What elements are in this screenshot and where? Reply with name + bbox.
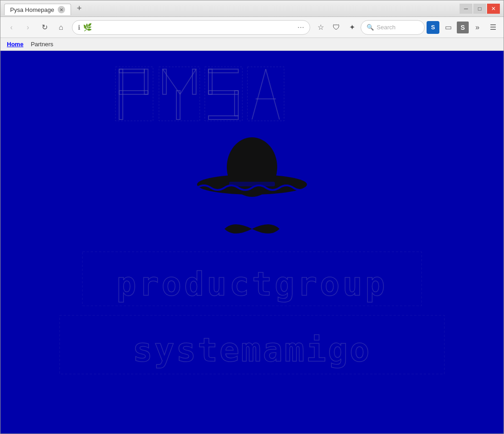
sombrero-container: [179, 130, 325, 240]
svg-text:productgroup: productgroup: [116, 265, 388, 303]
new-tab-button[interactable]: +: [73, 2, 86, 15]
home-icon: ⌂: [59, 23, 63, 32]
nav-right-controls: ☆ 🛡 ✦ 🔍 Search S ▭ S »: [314, 20, 500, 35]
address-more-icon[interactable]: ···: [297, 22, 304, 32]
search-icon: 🔍: [367, 24, 374, 31]
back-icon: ‹: [10, 23, 12, 32]
svg-line-7: [163, 69, 180, 94]
browser-window: Pysa Homepage ✕ + ─ □ ✕ ‹ › ↻ ⌂ ℹ 🌿: [0, 0, 504, 434]
sidebar-icon: ▭: [445, 23, 452, 32]
back-button[interactable]: ‹: [4, 20, 19, 35]
svg-line-15: [266, 69, 279, 119]
minimize-button[interactable]: ─: [460, 4, 472, 14]
productgroup-svg: productgroup: [69, 250, 435, 309]
extensions-icon: »: [476, 23, 480, 32]
svg-rect-11: [208, 91, 238, 94]
forward-button[interactable]: ›: [21, 20, 35, 35]
shield-icon: 🛡: [333, 23, 340, 32]
close-icon: ✕: [60, 7, 63, 12]
menu-button[interactable]: ☰: [486, 21, 500, 34]
bookmark-icon: ☆: [318, 23, 324, 32]
close-button[interactable]: ✕: [487, 4, 500, 14]
menu-partners[interactable]: Partners: [27, 39, 57, 49]
svg-rect-5: [192, 69, 196, 94]
menu-home[interactable]: Home: [3, 39, 27, 49]
navigation-bar: ‹ › ↻ ⌂ ℹ 🌿 ··· ☆ 🛡 ✦: [0, 17, 504, 38]
svg-rect-9: [208, 69, 238, 73]
home-button[interactable]: ⌂: [54, 20, 68, 35]
sidebar-button[interactable]: ▭: [441, 21, 455, 34]
window-controls: ─ □ ✕: [460, 4, 500, 14]
system-amigo-text: systemamigo: [46, 313, 458, 379]
svg-rect-23: [229, 182, 275, 186]
refresh-icon: ↻: [42, 23, 48, 32]
maximize-button[interactable]: □: [473, 4, 486, 14]
magic-button[interactable]: ✦: [345, 21, 359, 34]
sombrero-svg: [179, 130, 325, 222]
product-group-text: productgroup: [69, 250, 435, 311]
tab-title: Pysa Homepage: [10, 6, 54, 13]
magic-icon: ✦: [349, 23, 355, 32]
tab-close-button[interactable]: ✕: [58, 6, 65, 13]
site-icon: 🌿: [83, 23, 92, 32]
menu-bar: Home Partners: [0, 38, 504, 51]
profile-icon-1: S: [431, 24, 435, 31]
titlebar: Pysa Homepage ✕ + ─ □ ✕: [0, 0, 504, 17]
bookmark-button[interactable]: ☆: [314, 21, 328, 34]
systemamigo-svg: systemamigo: [46, 313, 458, 377]
svg-rect-13: [208, 116, 238, 119]
page-content: productgroup systemamigo: [0, 51, 504, 434]
extensions-button[interactable]: »: [471, 21, 484, 34]
forward-icon: ›: [27, 23, 29, 32]
svg-text:systemamigo: systemamigo: [133, 331, 372, 369]
svg-line-14: [252, 69, 266, 119]
browser-tab[interactable]: Pysa Homepage ✕: [4, 4, 71, 15]
menu-icon: ☰: [490, 23, 496, 32]
shield-button[interactable]: 🛡: [329, 21, 343, 34]
page-title: [92, 65, 412, 126]
profile-button-2[interactable]: S: [457, 22, 469, 33]
pysa-logo-svg: [92, 65, 412, 124]
search-bar[interactable]: 🔍 Search: [361, 20, 425, 35]
svg-rect-20: [247, 67, 284, 121]
mustache-svg: [215, 217, 289, 240]
profile-button-1[interactable]: S: [427, 21, 439, 34]
search-placeholder: Search: [377, 24, 395, 31]
address-info-icon: ℹ: [78, 24, 80, 31]
refresh-button[interactable]: ↻: [37, 20, 52, 35]
address-bar[interactable]: ℹ 🌿 ···: [72, 20, 310, 35]
svg-rect-6: [176, 91, 180, 119]
svg-rect-3: [119, 91, 148, 94]
profile-icon-2: S: [460, 24, 465, 31]
svg-line-8: [180, 69, 196, 94]
